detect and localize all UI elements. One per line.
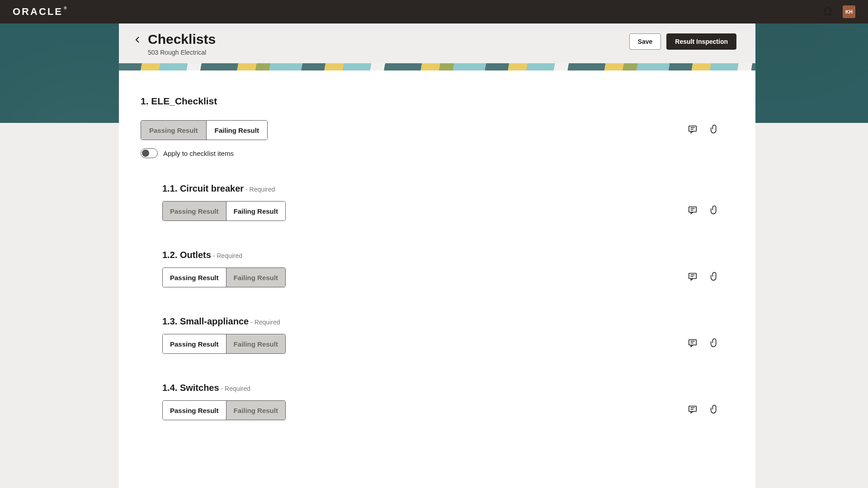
item-row: Passing ResultFailing Result: [162, 400, 719, 420]
item-title: 1.1. Circuit breaker: [162, 183, 244, 193]
item-actions: [688, 338, 719, 350]
item-row: Passing ResultFailing Result: [162, 267, 719, 287]
item-failing-button[interactable]: Failing Result: [226, 334, 285, 353]
svg-rect-12: [689, 406, 697, 412]
item-title: 1.4. Switches: [162, 383, 219, 393]
checklist-item: 1.3. Small-appliance - RequiredPassing R…: [162, 316, 719, 354]
back-icon[interactable]: [134, 36, 142, 45]
registered-mark: ®: [64, 6, 67, 10]
item-passing-button[interactable]: Passing Result: [163, 202, 226, 221]
section-name: ELE_Checklist: [151, 96, 217, 106]
item-failing-button[interactable]: Failing Result: [226, 202, 285, 221]
svg-rect-9: [689, 340, 697, 345]
item-header: 1.1. Circuit breaker - Required: [162, 183, 719, 194]
item-result-toggle: Passing ResultFailing Result: [162, 400, 286, 420]
item-result-toggle: Passing ResultFailing Result: [162, 201, 286, 221]
item-actions: [688, 205, 719, 217]
section-passing-button[interactable]: Passing Result: [141, 121, 206, 140]
section-actions: [688, 124, 719, 136]
section-failing-button[interactable]: Failing Result: [206, 121, 267, 140]
checklist-items: 1.1. Circuit breaker - RequiredPassing R…: [141, 183, 719, 420]
attachment-icon[interactable]: [709, 205, 719, 217]
item-passing-button[interactable]: Passing Result: [163, 401, 226, 420]
item-required: - Required: [211, 252, 242, 259]
section-result-toggle: Passing Result Failing Result: [141, 120, 268, 140]
comment-icon[interactable]: [688, 338, 698, 350]
logo-text: ORACLE: [13, 6, 63, 17]
apply-toggle-row: Apply to checklist items: [141, 148, 719, 158]
attachment-icon[interactable]: [709, 338, 719, 350]
apply-toggle-label: Apply to checklist items: [163, 150, 234, 157]
apply-toggle[interactable]: [141, 148, 158, 158]
result-inspection-button[interactable]: Result Inspection: [666, 33, 736, 50]
svg-rect-6: [689, 273, 697, 279]
avatar[interactable]: KH: [843, 5, 855, 18]
avatar-initials: KH: [845, 9, 853, 14]
checklist-item: 1.4. Switches - RequiredPassing ResultFa…: [162, 383, 719, 420]
item-passing-button[interactable]: Passing Result: [163, 334, 226, 353]
comment-icon[interactable]: [688, 124, 698, 136]
item-header: 1.3. Small-appliance - Required: [162, 316, 719, 327]
home-icon[interactable]: [823, 6, 833, 18]
svg-rect-0: [689, 126, 697, 131]
item-result-toggle: Passing ResultFailing Result: [162, 267, 286, 287]
comment-icon[interactable]: [688, 272, 698, 283]
item-required: - Required: [244, 186, 275, 193]
header-actions: KH: [823, 5, 855, 18]
checklist-item: 1.1. Circuit breaker - RequiredPassing R…: [162, 183, 719, 221]
comment-icon[interactable]: [688, 205, 698, 217]
global-header: ORACLE® KH: [0, 0, 868, 23]
section-number: 1.: [141, 96, 149, 106]
item-title: 1.3. Small-appliance: [162, 316, 249, 326]
attachment-icon[interactable]: [709, 404, 719, 416]
comment-icon[interactable]: [688, 404, 698, 416]
item-required: - Required: [219, 385, 250, 392]
page-title: Checklists: [148, 32, 216, 47]
main-card: Checklists 503 Rough Electrical Save Res…: [119, 23, 755, 488]
page-header: Checklists 503 Rough Electrical Save Res…: [119, 23, 755, 63]
content-area: 1. ELE_Checklist Passing Result Failing …: [119, 70, 755, 488]
item-actions: [688, 404, 719, 416]
save-button[interactable]: Save: [629, 33, 661, 50]
item-passing-button[interactable]: Passing Result: [163, 268, 226, 287]
item-failing-button[interactable]: Failing Result: [226, 268, 285, 287]
decorative-ribbon: [119, 63, 755, 70]
section-row: Passing Result Failing Result: [141, 120, 719, 140]
item-actions: [688, 272, 719, 283]
oracle-logo: ORACLE®: [13, 6, 67, 18]
item-header: 1.2. Outlets - Required: [162, 250, 719, 260]
section-title: 1. ELE_Checklist: [141, 96, 719, 107]
item-row: Passing ResultFailing Result: [162, 334, 719, 354]
page-subtitle: 503 Rough Electrical: [148, 49, 216, 56]
attachment-icon[interactable]: [709, 124, 719, 136]
item-row: Passing ResultFailing Result: [162, 201, 719, 221]
item-failing-button[interactable]: Failing Result: [226, 401, 285, 420]
item-title: 1.2. Outlets: [162, 250, 211, 260]
item-required: - Required: [249, 319, 280, 326]
attachment-icon[interactable]: [709, 272, 719, 283]
item-header: 1.4. Switches - Required: [162, 383, 719, 393]
item-result-toggle: Passing ResultFailing Result: [162, 334, 286, 354]
svg-rect-3: [689, 207, 697, 212]
checklist-item: 1.2. Outlets - RequiredPassing ResultFai…: [162, 250, 719, 287]
